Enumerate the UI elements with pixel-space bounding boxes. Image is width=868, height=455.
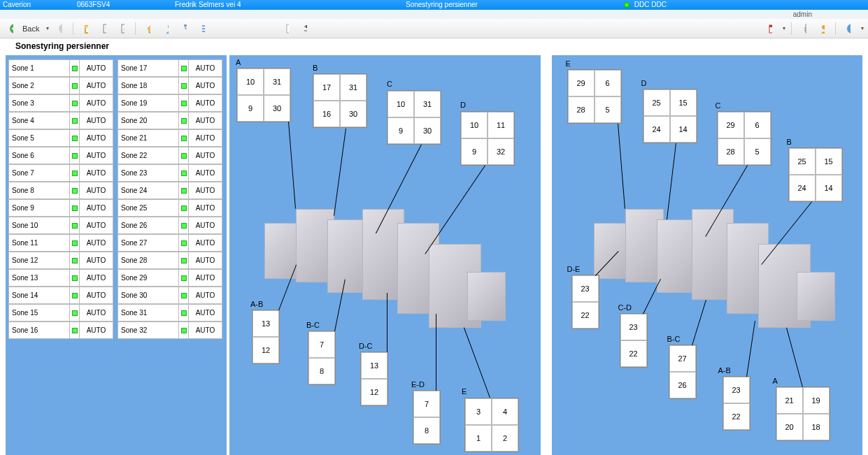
zone-mode-button[interactable]: AUTO — [80, 217, 113, 234]
help-button[interactable]: ? — [841, 22, 855, 36]
zone-row[interactable]: Sone 11AUTO — [8, 234, 113, 252]
nav-forward-button[interactable] — [53, 22, 67, 36]
zone-mode-button[interactable]: AUTO — [80, 322, 113, 339]
new-window-button[interactable] — [79, 22, 93, 36]
zone-mode-button[interactable]: AUTO — [80, 234, 113, 252]
value-grid[interactable]: 2322 — [571, 275, 599, 329]
value-grid[interactable]: 1031930 — [236, 68, 291, 122]
value-grid[interactable]: 2322 — [620, 313, 648, 368]
value-grid[interactable]: 296285 — [717, 111, 771, 166]
users-button[interactable] — [816, 22, 830, 36]
zone-mode-button[interactable]: AUTO — [189, 77, 222, 94]
zone-row[interactable]: Sone 10AUTO — [8, 217, 113, 234]
zone-row[interactable]: Sone 4AUTO — [8, 112, 113, 129]
zone-mode-button[interactable]: AUTO — [189, 59, 222, 77]
zone-mode-button[interactable]: AUTO — [189, 147, 222, 164]
value-grid[interactable]: 78 — [413, 390, 441, 445]
zone-mode-button[interactable]: AUTO — [189, 252, 222, 269]
list-button[interactable] — [196, 22, 210, 36]
tree-button[interactable] — [178, 22, 192, 36]
zone-mode-button[interactable]: AUTO — [189, 234, 222, 252]
zone-row[interactable]: Sone 26AUTO — [118, 217, 222, 234]
calendar-button[interactable] — [763, 22, 777, 36]
tool-button-2[interactable] — [115, 22, 129, 36]
zone-row[interactable]: Sone 2AUTO — [8, 77, 113, 94]
zone-row[interactable]: Sone 29AUTO — [118, 269, 222, 287]
zone-row[interactable]: Sone 21AUTO — [118, 129, 222, 147]
zone-row[interactable]: Sone 8AUTO — [8, 182, 113, 199]
zone-mode-button[interactable]: AUTO — [80, 77, 113, 94]
zone-mode-button[interactable]: AUTO — [80, 199, 113, 217]
zone-mode-button[interactable]: AUTO — [80, 59, 113, 77]
zone-row[interactable]: Sone 25AUTO — [118, 199, 222, 217]
zone-mode-button[interactable]: AUTO — [189, 287, 222, 304]
value-grid[interactable]: 1031930 — [387, 90, 441, 145]
zone-mode-button[interactable]: AUTO — [189, 199, 222, 217]
zone-mode-button[interactable]: AUTO — [80, 287, 113, 304]
zone-row[interactable]: Sone 31AUTO — [118, 304, 222, 322]
value-grid[interactable]: 25152414 — [643, 89, 697, 143]
zone-row[interactable]: Sone 32AUTO — [118, 322, 222, 339]
zone-row[interactable]: Sone 6AUTO — [8, 147, 113, 164]
zone-mode-button[interactable]: AUTO — [80, 147, 113, 164]
nav-back-button[interactable] — [4, 22, 18, 36]
zone-mode-button[interactable]: AUTO — [189, 164, 222, 182]
zone-row[interactable]: Sone 24AUTO — [118, 182, 222, 199]
print-button[interactable] — [797, 22, 811, 36]
zone-row[interactable]: Sone 20AUTO — [118, 112, 222, 129]
value-grid[interactable]: 25152414 — [788, 147, 843, 202]
home-button[interactable] — [141, 22, 155, 36]
value-grid[interactable]: 3412 — [464, 398, 519, 452]
zone-row[interactable]: Sone 5AUTO — [8, 129, 113, 147]
zone-row[interactable]: Sone 28AUTO — [118, 252, 222, 269]
zone-mode-button[interactable]: AUTO — [80, 129, 113, 147]
value-grid[interactable]: 2726 — [669, 345, 697, 399]
value-grid[interactable]: 2322 — [723, 376, 750, 431]
zone-mode-button[interactable]: AUTO — [189, 94, 222, 112]
zone-mode-button[interactable]: AUTO — [189, 129, 222, 147]
zone-mode-button[interactable]: AUTO — [80, 252, 113, 269]
help-dropdown-icon[interactable]: ▾ — [861, 25, 864, 31]
doc-button[interactable] — [280, 22, 294, 36]
zone-mode-button[interactable]: AUTO — [80, 94, 113, 112]
calendar-dropdown-icon[interactable]: ▾ — [783, 25, 785, 31]
value-grid[interactable]: 1011932 — [460, 111, 515, 166]
zone-row[interactable]: Sone 22AUTO — [118, 147, 222, 164]
zone-mode-button[interactable]: AUTO — [189, 217, 222, 234]
zone-mode-button[interactable]: AUTO — [189, 112, 222, 129]
zone-row[interactable]: Sone 27AUTO — [118, 234, 222, 252]
zone-row[interactable]: Sone 23AUTO — [118, 164, 222, 182]
zone-row[interactable]: Sone 14AUTO — [8, 287, 113, 304]
zone-row[interactable]: Sone 9AUTO — [8, 199, 113, 217]
back-dropdown-icon[interactable]: ▾ — [46, 25, 49, 31]
zone-row[interactable]: Sone 17AUTO — [118, 59, 222, 77]
tool-button-1[interactable] — [97, 22, 111, 36]
zone-row[interactable]: Sone 16AUTO — [8, 322, 113, 339]
zone-row[interactable]: Sone 1AUTO — [8, 59, 113, 77]
zone-row[interactable]: Sone 30AUTO — [118, 287, 222, 304]
value-grid[interactable]: 296285 — [567, 69, 622, 124]
zone-mode-button[interactable]: AUTO — [80, 112, 113, 129]
zone-row[interactable]: Sone 12AUTO — [8, 252, 113, 269]
settings-button[interactable] — [298, 22, 312, 36]
value-grid[interactable]: 17311630 — [313, 73, 367, 128]
zone-mode-button[interactable]: AUTO — [189, 269, 222, 287]
zone-row[interactable]: Sone 18AUTO — [118, 77, 222, 94]
zone-row[interactable]: Sone 13AUTO — [8, 269, 113, 287]
zone-mode-button[interactable]: AUTO — [80, 269, 113, 287]
zone-mode-button[interactable]: AUTO — [189, 182, 222, 199]
value-grid[interactable]: 21192018 — [776, 387, 830, 441]
user-button[interactable] — [159, 22, 173, 36]
zone-row[interactable]: Sone 7AUTO — [8, 164, 113, 182]
value-grid[interactable]: 1312 — [252, 310, 280, 364]
zone-mode-button[interactable]: AUTO — [80, 164, 113, 182]
zone-row[interactable]: Sone 15AUTO — [8, 304, 113, 322]
zone-mode-button[interactable]: AUTO — [189, 322, 222, 339]
value-grid[interactable]: 78 — [308, 331, 336, 385]
zone-row[interactable]: Sone 3AUTO — [8, 94, 113, 112]
zone-mode-button[interactable]: AUTO — [80, 304, 113, 322]
zone-row[interactable]: Sone 19AUTO — [118, 94, 222, 112]
zone-mode-button[interactable]: AUTO — [189, 304, 222, 322]
value-grid[interactable]: 1312 — [360, 352, 388, 406]
zone-mode-button[interactable]: AUTO — [80, 182, 113, 199]
